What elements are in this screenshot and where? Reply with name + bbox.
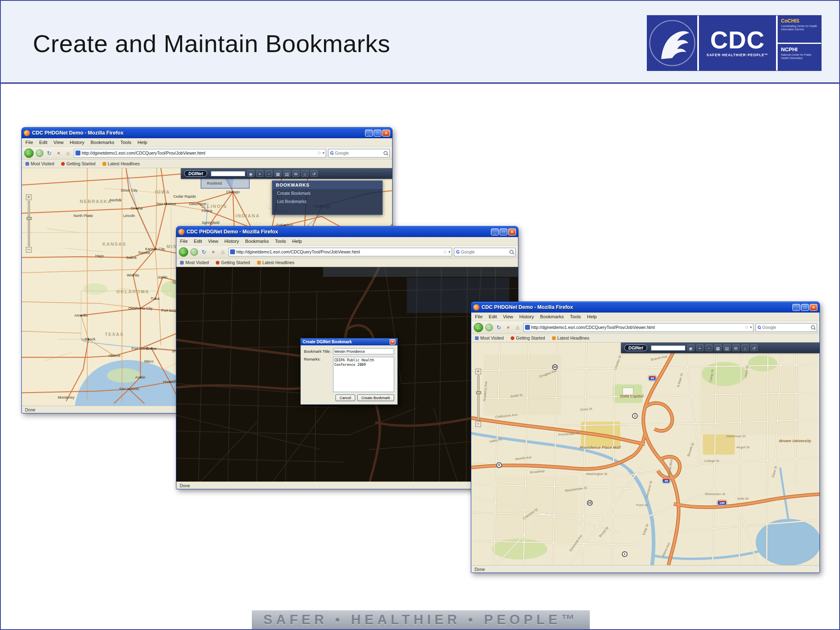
close-button[interactable]: × [382, 130, 390, 137]
search-box[interactable]: G [756, 323, 817, 332]
url-dropdown-icon[interactable]: ▾ [448, 250, 450, 254]
menu-item[interactable]: View [208, 239, 218, 244]
map-zoom-control[interactable]: + − [26, 194, 32, 253]
menu-item[interactable]: Tools [120, 140, 131, 145]
menu-item[interactable]: Bookmarks [540, 314, 564, 319]
close-button[interactable]: × [508, 228, 516, 235]
stop-button[interactable]: × [55, 150, 62, 156]
menu-item[interactable]: Bookmarks [91, 140, 114, 145]
zoom-out-icon[interactable]: − [265, 170, 272, 177]
map-zoom-control[interactable]: + − [475, 369, 481, 427]
layers-icon[interactable]: ▦ [274, 170, 281, 177]
zoom-slider-handle[interactable] [476, 391, 481, 394]
maximize-button[interactable]: □ [374, 130, 381, 137]
menu-item[interactable]: History [224, 239, 239, 244]
zoom-out-icon[interactable]: − [705, 345, 712, 351]
url-bar[interactable]: ☆ ▾ [228, 248, 452, 256]
bookmarks-toolbar-item[interactable]: Latest Headlines [552, 336, 589, 340]
search-box[interactable]: G [328, 149, 390, 158]
refresh-button[interactable]: ↻ [495, 324, 502, 331]
bookmark-star-icon[interactable]: ☆ [443, 249, 447, 255]
email-icon[interactable]: ✉ [733, 345, 740, 351]
dialog-close-button[interactable]: × [390, 339, 395, 345]
bookmarks-toolbar-item[interactable]: Getting Started [61, 161, 96, 166]
zoom-in-button[interactable]: + [475, 369, 481, 374]
zoom-out-button[interactable]: − [26, 247, 32, 253]
maximize-button[interactable]: □ [801, 304, 809, 311]
zoom-in-icon[interactable]: + [256, 170, 263, 177]
zoom-slider[interactable] [477, 375, 479, 420]
url-dropdown-icon[interactable]: ▾ [750, 325, 752, 329]
refresh-map-icon[interactable]: ↺ [310, 170, 317, 177]
minimize-button[interactable]: _ [491, 228, 499, 235]
search-magnifier-icon[interactable] [383, 151, 388, 155]
menu-item[interactable]: Bookmarks [245, 239, 269, 244]
layers-icon[interactable]: ▦ [714, 345, 721, 351]
home-button[interactable]: ⌂ [514, 324, 521, 331]
home-extent-icon[interactable]: ⌂ [301, 170, 308, 177]
menu-item[interactable]: File [475, 314, 483, 319]
window-titlebar[interactable]: CDC PHDGNet Demo - Mozilla Firefox _ □ × [22, 128, 392, 138]
stop-button[interactable]: × [210, 249, 217, 255]
bookmarks-toolbar-item[interactable]: Getting Started [216, 260, 250, 265]
map-viewport[interactable]: Douglas AveSmith StChalkstone AveAcademy… [471, 342, 819, 565]
window-titlebar[interactable]: CDC PHDGNet Demo - Mozilla Firefox _ □ × [471, 302, 819, 313]
refresh-map-icon[interactable]: ↺ [751, 345, 758, 351]
bookmarks-toolbar-item[interactable]: Most Visited [25, 161, 54, 166]
maximize-button[interactable]: □ [500, 228, 507, 235]
search-input[interactable] [762, 325, 810, 330]
forward-button[interactable]: → [485, 324, 493, 331]
map-search-input[interactable] [211, 171, 245, 176]
minimize-button[interactable]: _ [792, 304, 800, 311]
menu-item[interactable]: Tools [275, 239, 286, 244]
url-input[interactable] [82, 151, 316, 155]
home-button[interactable]: ⌂ [64, 150, 72, 156]
home-button[interactable]: ⌂ [219, 249, 226, 255]
print-icon[interactable]: ▤ [283, 170, 290, 177]
forward-button[interactable]: → [36, 149, 43, 157]
menu-item[interactable]: View [53, 140, 64, 145]
refresh-button[interactable]: ↻ [46, 150, 53, 156]
bookmarks-toolbar-item[interactable]: Getting Started [511, 336, 545, 340]
bookmarks-toolbar-item[interactable]: Most Visited [475, 336, 504, 340]
zoom-slider[interactable] [28, 201, 30, 246]
cancel-button[interactable]: Cancel [336, 395, 355, 401]
menu-item[interactable]: Edit [489, 314, 497, 319]
zoom-in-button[interactable]: + [26, 194, 32, 200]
menu-item[interactable]: Help [587, 314, 597, 319]
menu-item[interactable]: Edit [194, 239, 202, 244]
bookmarks-toolbar-item[interactable]: Most Visited [180, 260, 209, 265]
menu-item[interactable]: File [25, 140, 33, 145]
create-bookmark-button[interactable]: Create Bookmark [357, 395, 394, 401]
search-magnifier-icon[interactable] [811, 325, 815, 329]
close-button[interactable]: × [810, 304, 817, 311]
menu-item[interactable]: Tools [570, 314, 581, 319]
bookmark-star-icon[interactable]: ☆ [744, 324, 749, 330]
menu-item[interactable]: History [70, 140, 84, 145]
zoom-slider-handle[interactable] [27, 217, 32, 220]
forward-button[interactable]: → [190, 248, 198, 256]
url-dropdown-icon[interactable]: ▾ [322, 151, 324, 155]
search-input[interactable] [461, 249, 508, 254]
email-icon[interactable]: ✉ [292, 170, 299, 177]
dialog-titlebar[interactable]: Create DGINet Bookmark × [301, 338, 397, 345]
zoom-in-icon[interactable]: + [696, 345, 703, 351]
url-bar[interactable]: ☆ ▾ [74, 149, 326, 158]
bookmark-star-icon[interactable]: ☆ [317, 150, 322, 156]
identify-icon[interactable]: ◉ [247, 170, 254, 177]
back-button[interactable]: ← [474, 323, 483, 332]
identify-icon[interactable]: ◉ [687, 345, 694, 351]
url-input[interactable] [531, 325, 743, 330]
url-input[interactable] [236, 249, 442, 254]
url-bar[interactable]: ☆ ▾ [523, 323, 753, 332]
bookmarks-toolbar-item[interactable]: Latest Headlines [257, 260, 294, 265]
refresh-button[interactable]: ↻ [200, 249, 208, 255]
window-titlebar[interactable]: CDC PHDGNet Demo - Mozilla Firefox _ □ × [176, 226, 518, 237]
menu-item[interactable]: Edit [39, 140, 48, 145]
search-magnifier-icon[interactable] [509, 250, 514, 254]
bookmarks-toolbar-item[interactable]: Latest Headlines [103, 161, 140, 166]
menu-item[interactable]: File [180, 239, 188, 244]
map-search-input[interactable] [651, 345, 685, 351]
print-icon[interactable]: ▤ [724, 345, 730, 351]
zoom-out-button[interactable]: − [475, 421, 481, 427]
